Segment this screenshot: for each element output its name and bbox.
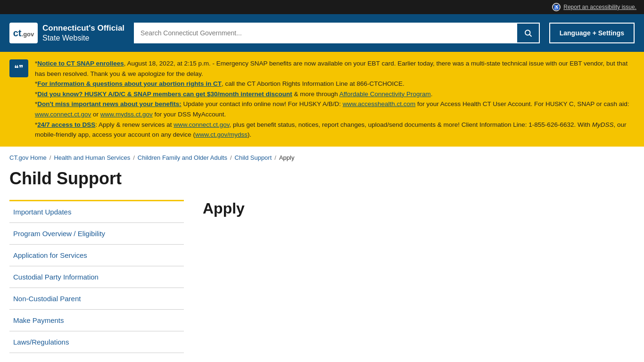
site-title: Connecticut's Official State Website bbox=[42, 23, 124, 43]
abortion-link[interactable]: For information & questions about your a… bbox=[37, 80, 222, 87]
language-settings-button[interactable]: Language + Settings bbox=[549, 23, 635, 43]
sidebar-item-laws-regulations[interactable]: Laws/Regulations bbox=[9, 331, 184, 353]
logo-area: ct.gov Connecticut's Official State Webs… bbox=[9, 23, 124, 43]
main-content: Important Updates Program Overview / Eli… bbox=[0, 200, 644, 362]
content-area: Apply bbox=[203, 200, 635, 353]
sidebar-item-program-overview[interactable]: Program Overview / Eligibility bbox=[9, 223, 184, 245]
breadcrumb-sep-4: / bbox=[274, 154, 276, 161]
site-title-line2: State Website bbox=[42, 34, 89, 42]
page-title: Child Support bbox=[0, 165, 644, 200]
breadcrumb-sep-2: / bbox=[133, 154, 135, 161]
acp-link[interactable]: Affordable Connectivity Program bbox=[339, 90, 431, 98]
snap-notice-link[interactable]: Notice to CT SNAP enrollees bbox=[37, 60, 124, 67]
ct-logo-text: ct.gov bbox=[13, 28, 34, 39]
247-link[interactable]: 24/7 access to DSS bbox=[37, 121, 95, 128]
top-bar: ♿ Report an accessibility issue. bbox=[0, 0, 644, 14]
breadcrumb: CT.gov Home / Health and Human Services … bbox=[0, 147, 644, 165]
content-heading: Apply bbox=[203, 200, 635, 217]
247-connect-link[interactable]: www.connect.ct.gov bbox=[173, 121, 229, 128]
logo-badge: ct.gov bbox=[9, 23, 38, 43]
sidebar-nav: Important Updates Program Overview / Eli… bbox=[9, 200, 184, 353]
sidebar-item-application-for-services[interactable]: Application for Services bbox=[9, 245, 184, 266]
sidebar: Important Updates Program Overview / Eli… bbox=[9, 200, 184, 353]
breadcrumb-sep-3: / bbox=[230, 154, 232, 161]
notice-banner: ❝❞ *Notice to CT SNAP enrollees, August … bbox=[0, 52, 644, 147]
mydss-link[interactable]: www.mydss.ct.gov bbox=[100, 111, 153, 118]
miss-notice: *Don't miss important news about your be… bbox=[35, 100, 629, 118]
miss-link[interactable]: Don't miss important news about your ben… bbox=[37, 100, 181, 107]
search-icon bbox=[524, 29, 532, 37]
snap-notice-text: *Notice to CT SNAP enrollees, August 18,… bbox=[35, 60, 627, 77]
search-button[interactable] bbox=[516, 23, 540, 43]
header: ct.gov Connecticut's Official State Webs… bbox=[0, 14, 644, 52]
breadcrumb-child-support[interactable]: Child Support bbox=[235, 154, 272, 161]
search-area bbox=[134, 23, 540, 43]
breadcrumb-cfoa[interactable]: Children Family and Older Adults bbox=[138, 154, 227, 161]
breadcrumb-current: Apply bbox=[279, 154, 295, 161]
abortion-notice: *For information & questions about your … bbox=[35, 80, 405, 87]
accessibility-label: Report an accessibility issue. bbox=[563, 4, 636, 10]
quote-icon: ❝❞ bbox=[9, 59, 28, 77]
accessibility-link[interactable]: ♿ Report an accessibility issue. bbox=[552, 3, 636, 11]
svg-point-0 bbox=[525, 30, 530, 35]
sidebar-item-non-custodial-parent[interactable]: Non-Custodial Parent bbox=[9, 288, 184, 310]
247-notice: *24/7 access to DSS: Apply & renew servi… bbox=[35, 121, 626, 139]
svg-line-1 bbox=[529, 34, 531, 36]
sidebar-item-important-updates[interactable]: Important Updates bbox=[9, 201, 184, 223]
language-button-label: Language + Settings bbox=[560, 29, 624, 37]
accessibility-icon: ♿ bbox=[552, 3, 561, 11]
connect-link[interactable]: www.connect.ct.gov bbox=[35, 111, 91, 118]
notice-content: *Notice to CT SNAP enrollees, August 18,… bbox=[35, 58, 635, 140]
sidebar-item-custodial-party[interactable]: Custodial Party Information bbox=[9, 266, 184, 288]
ct-mydss-link[interactable]: www.ct.gov/mydss bbox=[195, 131, 248, 138]
accesshealth-link[interactable]: www.accesshealth.ct.com bbox=[343, 100, 416, 107]
breadcrumb-sep-1: / bbox=[50, 154, 51, 161]
sidebar-item-make-payments[interactable]: Make Payments bbox=[9, 310, 184, 331]
search-input[interactable] bbox=[134, 23, 516, 43]
husky-notice: *Did you know? HUSKY A/D/C & SNAP member… bbox=[35, 90, 433, 98]
site-title-line1: Connecticut's Official bbox=[42, 23, 124, 33]
breadcrumb-home[interactable]: CT.gov Home bbox=[9, 154, 47, 161]
husky-link[interactable]: Did you know? HUSKY A/D/C & SNAP members… bbox=[37, 90, 292, 98]
breadcrumb-hhs[interactable]: Health and Human Services bbox=[54, 154, 130, 161]
